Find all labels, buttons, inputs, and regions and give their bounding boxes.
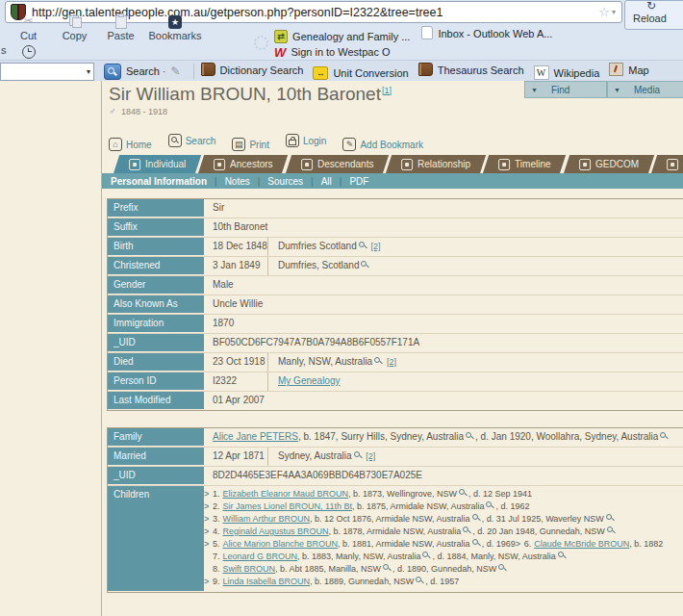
dictionary-search-button[interactable]: Dictionary Search [201, 63, 304, 78]
place-pin-icon[interactable] [472, 539, 481, 548]
nav-link-label: Search [186, 136, 216, 146]
row-value-cell: Male [204, 276, 683, 295]
child-link-linda-isabella-broun[interactable]: Linda Isabella BROUN [223, 577, 311, 586]
table-row: _UIDBF050CD6FC7947A7B0A794A8B6F0557F171A [108, 334, 683, 353]
subnav-sources[interactable]: Sources [267, 176, 303, 187]
place-pin-icon[interactable] [416, 577, 424, 585]
bookmark-inbox-outlook-web-a[interactable]: Inbox - Outlook Web A... [421, 26, 552, 41]
gedcom-tab-icon [579, 159, 591, 170]
tab-ancestors[interactable]: Ancestors [198, 155, 289, 173]
nav-link-login[interactable]: Login [286, 134, 326, 147]
home-icon: ⌂ [109, 138, 122, 151]
clipped-toolbar-label: s [1, 44, 7, 56]
child-link-leonard-g-broun[interactable]: Leonard G BROUN [223, 552, 298, 561]
tab-suggest[interactable]: Suggest [651, 155, 683, 173]
place-pin-icon[interactable] [459, 489, 468, 498]
subnav-personal-information[interactable]: Personal Information [111, 176, 207, 187]
media-dropdown-button[interactable]: ▼ Media [607, 81, 683, 98]
child-link-elizabeth-eleanor-maud-broun[interactable]: Elizabeth Eleanor Maud BROUN [223, 489, 349, 499]
child-link-reginald-augustus-broun[interactable]: Reginald Augustus BROUN [223, 526, 329, 536]
tab-label: Relationship [417, 159, 470, 169]
place-pin-icon[interactable] [359, 242, 367, 250]
child-number: 3. [213, 514, 220, 524]
descend-arrow-icon[interactable]: > [516, 538, 524, 551]
place-pin-icon[interactable] [466, 432, 474, 441]
tab-label: Descendants [317, 159, 373, 169]
child-link-claude-mcbride-broun[interactable]: Claude McBride BROUN [534, 539, 629, 549]
bookmark-sign-in-to-westpac-o[interactable]: WSign in to Westpac O [274, 45, 390, 60]
link-alice-jane-peters[interactable]: Alice Jane PETERS [213, 431, 298, 442]
subnav-notes[interactable]: Notes [225, 176, 250, 187]
place-pin-icon[interactable] [558, 552, 567, 560]
child-link-sir-james-lionel-broun-11th-bt[interactable]: Sir James Lionel BROUN, 11th Bt [223, 501, 352, 511]
tab-label: Individual [145, 159, 186, 169]
nav-link-add-bookmark[interactable]: ✎Add Bookmark [342, 138, 423, 151]
bookmarks-star-icon: ★ [149, 13, 202, 29]
descend-arrow-icon[interactable]: > [204, 526, 213, 538]
search-combo-input[interactable]: ▾ [0, 63, 94, 81]
tab-descendants[interactable]: Descendants [286, 155, 390, 173]
place-pin-icon[interactable] [472, 514, 481, 523]
citation-link[interactable]: [2] [387, 357, 396, 367]
place-pin-icon[interactable] [463, 526, 471, 535]
thesaurus-search-button[interactable]: Thesaurus Search [418, 63, 524, 78]
bookmark-genealogy-and-family[interactable]: ⇄Genealogy and Family ... [274, 30, 410, 43]
bookmarks-button[interactable]: ★Bookmarks [149, 13, 202, 41]
descend-arrow-icon[interactable]: > [204, 538, 213, 551]
find-dropdown-button[interactable]: ▼ Find [524, 81, 607, 98]
place-pin-icon[interactable] [606, 514, 615, 523]
place-pin-icon[interactable] [374, 357, 383, 366]
place-pin-icon[interactable] [607, 526, 616, 535]
child-link-william-arthur-broun[interactable]: William Arthur BROUN [223, 514, 311, 524]
place-pin-icon[interactable] [383, 564, 392, 573]
row-label-prefix: Prefix [108, 199, 204, 218]
descend-arrow-icon[interactable]: > [204, 576, 213, 588]
child-link-swift-broun[interactable]: Swift BROUN [223, 564, 276, 574]
place-pin-icon[interactable] [498, 564, 507, 573]
value-text: , b. 12 Oct 1876, Armidale NSW, Australi… [310, 514, 470, 524]
nav-link-home[interactable]: ⌂Home [109, 138, 152, 151]
link-my-genealogy[interactable]: My Genealogy [278, 375, 340, 386]
gender-lifespan: ♂ 1848 - 1918 [109, 106, 167, 116]
place-pin-icon[interactable] [422, 552, 431, 560]
child-link-alice-marion-blanche-broun[interactable]: Alice Marion Blanche BROUN [223, 539, 339, 549]
row-label-person-id: Person ID [108, 372, 204, 391]
descend-arrow-icon[interactable]: > [204, 488, 213, 500]
descendants-tab-icon [301, 159, 313, 170]
title-citation-link[interactable]: [1] [382, 86, 392, 95]
descend-arrow-icon[interactable]: > [204, 513, 213, 526]
nav-link-search[interactable]: Search [168, 134, 216, 147]
tab-gedcom[interactable]: GEDCOM [564, 155, 654, 173]
place-pin-icon[interactable] [486, 501, 494, 510]
unit-conversion-button[interactable]: ↔Unit Conversion [313, 66, 408, 80]
search-toolbar: ▾ Search · ✎ Dictionary Search↔Unit Conv… [0, 60, 683, 82]
place-pin-icon[interactable] [660, 432, 669, 441]
subnav-pdf[interactable]: PDF [349, 176, 368, 187]
bookmark-star-icon[interactable]: ☆ [598, 5, 610, 19]
tab-timeline[interactable]: Timeline [483, 155, 567, 173]
cut-button[interactable]: ✂Cut [11, 13, 47, 41]
place-pin-icon[interactable] [354, 451, 363, 460]
row-value-cell: Uncle Willie [204, 295, 683, 314]
highlighter-pen-icon[interactable]: ✎ [171, 64, 181, 78]
url-dropdown-caret-icon[interactable]: ▾ [612, 8, 616, 16]
family-table: FamilyAlice Jane PETERS, b. 1847, Surry … [107, 427, 683, 593]
value-text: , d. 1884, Manly, NSW, Australia [432, 552, 555, 561]
map-button[interactable]: Map [609, 63, 648, 78]
bookmark-label: Sign in to Westpac O [291, 46, 390, 58]
combo-caret-icon[interactable]: ▾ [87, 67, 90, 76]
tab-individual[interactable]: Individual [114, 155, 201, 173]
paste-button[interactable]: Paste [103, 13, 139, 41]
wikipedia-button[interactable]: WWikipedia [534, 65, 600, 80]
nav-link-print[interactable]: ▤Print [232, 138, 269, 151]
search-button[interactable]: Search · [104, 64, 169, 80]
tab-relationship[interactable]: Relationship [386, 155, 486, 173]
child-number: 9. [213, 577, 220, 586]
descend-arrow-icon[interactable]: > [204, 500, 213, 513]
place-pin-icon[interactable] [361, 261, 369, 270]
citation-link[interactable]: [2] [370, 242, 380, 251]
table-row: GenderMale [108, 276, 683, 295]
copy-button[interactable]: Copy [57, 13, 93, 41]
citation-link[interactable]: [2] [366, 451, 375, 461]
subnav-all[interactable]: All [321, 176, 332, 187]
